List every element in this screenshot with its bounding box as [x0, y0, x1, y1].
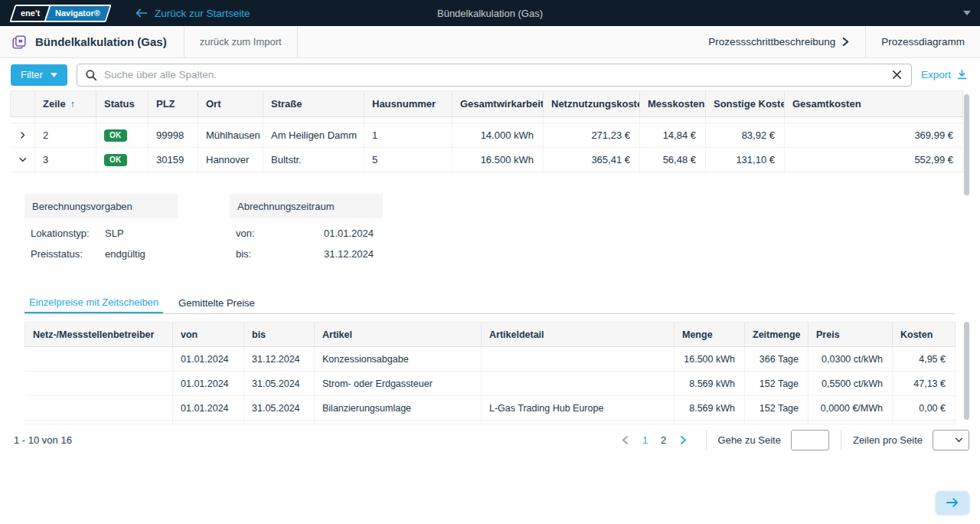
bis-value: 31.12.2024 [324, 248, 374, 260]
page-title: Bündelkalkulation (Gas) [35, 35, 167, 48]
artikeldetail-cell [482, 372, 675, 396]
column-header-netzbetreiber[interactable]: Netz-/Messstellenbetreiber [25, 323, 173, 347]
column-header-ort[interactable]: Ort [198, 91, 263, 117]
back-arrow-icon [135, 8, 148, 18]
hausnummer-cell: 1 [364, 123, 452, 148]
preisstatus-value: endgültig [105, 248, 145, 260]
tab-gemittelte-preise[interactable]: Gemittelte Preise [174, 292, 260, 313]
previous-page-button[interactable] [615, 435, 636, 445]
preisstatus-label: Preisstatus: [31, 248, 105, 260]
column-header-plz[interactable]: PLZ [149, 91, 198, 117]
page-button-1[interactable]: 1 [636, 434, 655, 446]
expand-row-button[interactable] [18, 130, 28, 140]
clear-search-button[interactable] [890, 68, 903, 81]
goto-page-label: Gehe zu Seite [718, 434, 781, 446]
column-header-gesamtkosten[interactable]: Gesamtkosten [785, 91, 963, 117]
column-header-artikel[interactable]: Artikel [315, 323, 482, 347]
menge-cell: 8.569 kWh [675, 396, 745, 421]
export-button[interactable]: Export [921, 69, 968, 80]
page-button-2[interactable]: 2 [655, 434, 673, 446]
menge-cell: 8.569 kWh [675, 372, 745, 396]
sonstige-kosten-cell: 83,92 € [706, 123, 785, 148]
column-header-menge[interactable]: Menge [675, 323, 745, 347]
chevron-right-icon [680, 435, 687, 445]
app-header: Bündelkalkulation (Gas) zurück zum Impor… [0, 26, 980, 58]
column-header-von[interactable]: von [173, 323, 244, 347]
price-table-scrollbar[interactable] [964, 322, 969, 420]
column-header-netznutzungskosten[interactable]: Netznutzungskosten [544, 91, 640, 117]
column-header-kosten[interactable]: Kosten [893, 323, 956, 347]
export-label: Export [921, 69, 951, 80]
column-header-hausnummer[interactable]: Hausnummer [364, 91, 452, 117]
chevron-right-icon [18, 130, 28, 140]
preis-cell: 0,5500 ct/kWh [808, 372, 893, 396]
table-row[interactable]: 2 OK 99998 Mühlhausen Am Heiligen Damm 1… [11, 123, 963, 148]
partial-row [11, 117, 963, 123]
filter-button[interactable]: Filter [11, 64, 67, 86]
logo-navigator: Navigator® [44, 6, 109, 21]
artikel-cell: Strom- oder Erdgassteuer [315, 372, 482, 396]
toolbar: Filter Export [0, 59, 980, 90]
enet-navigator-logo[interactable]: ene't Navigator® [9, 5, 112, 22]
rows-per-page-select[interactable] [933, 430, 969, 450]
zeitmenge-cell: 366 Tage [745, 347, 808, 372]
expander-cell [11, 148, 35, 172]
gesamtkosten-cell: 369,99 € [785, 123, 963, 148]
main-table-scrollbar[interactable] [964, 94, 969, 195]
betreiber-cell [25, 347, 173, 372]
artikel-cell: Konzessionsabgabe [315, 347, 482, 372]
table-header-row: Zeile↑ Status PLZ Ort Straße Hausnummer … [11, 91, 963, 117]
collapse-row-button[interactable] [18, 155, 28, 165]
zeile-cell: 2 [35, 123, 96, 148]
von-value: 01.01.2024 [324, 228, 374, 239]
back-to-import-link[interactable]: zurück zum Import [185, 26, 297, 57]
vertical-divider [297, 26, 298, 57]
column-header-strasse[interactable]: Straße [263, 91, 364, 117]
close-icon [892, 70, 902, 80]
bis-cell: 31.05.2024 [244, 396, 315, 421]
process-step-description-label: Prozessschrittbeschreibung [708, 36, 835, 47]
column-header-zeitmenge[interactable]: Zeitmenge [745, 323, 808, 347]
column-header-status[interactable]: Status [96, 91, 149, 117]
process-step-description-link[interactable]: Prozessschrittbeschreibung [693, 26, 865, 57]
price-row: 01.01.2024 31.05.2024 Strom- oder Erdgas… [25, 372, 956, 396]
next-step-button[interactable] [936, 491, 969, 514]
row-range-label: 1 - 10 von 16 [14, 434, 72, 446]
messkosten-cell: 56,48 € [640, 148, 706, 172]
tab-einzelpreise-mit-zeitscheiben[interactable]: Einzelpreise mit Zeitscheiben [24, 292, 163, 313]
search-input[interactable] [104, 69, 884, 80]
strasse-cell: Am Heiligen Damm [263, 123, 364, 148]
table-row[interactable]: 3 OK 30159 Hannover Bultstr. 5 16.500 kW… [11, 148, 963, 172]
column-header-sonstige-kosten[interactable]: Sonstige Kosten [706, 91, 785, 117]
artikeldetail-cell [482, 347, 675, 372]
zeitmenge-cell: 152 Tage [745, 372, 808, 396]
preis-cell: 0,0300 ct/kWh [808, 347, 893, 372]
documents-icon [11, 34, 28, 51]
back-to-start-link[interactable]: Zurück zur Startseite [135, 8, 250, 19]
partial-row [25, 421, 956, 424]
price-row: 01.01.2024 31.12.2024 Konzessionsabgabe … [25, 347, 956, 372]
topbar: ene't Navigator® Zurück zur Startseite B… [0, 0, 980, 26]
plz-cell: 99998 [149, 123, 198, 148]
bis-cell: 31.12.2024 [244, 347, 315, 372]
column-header-zeile[interactable]: Zeile↑ [35, 91, 96, 117]
search-box [77, 64, 912, 87]
hausnummer-cell: 5 [364, 148, 452, 172]
column-header-preis[interactable]: Preis [808, 323, 893, 347]
detail-row: Lokationstyp: SLP [24, 223, 178, 244]
column-header-messkosten[interactable]: Messkosten [640, 91, 706, 117]
chevron-down-icon [51, 73, 57, 77]
column-header-artikeldetail[interactable]: Artikeldetail [482, 323, 675, 347]
column-header-gesamtwirkarbeit[interactable]: Gesamtwirkarbeit [452, 91, 544, 117]
next-page-button[interactable] [673, 435, 694, 445]
chevron-down-icon [18, 156, 28, 165]
detail-row: von: 01.01.2024 [230, 223, 383, 244]
process-diagram-link[interactable]: Prozessdiagramm [866, 26, 980, 57]
chevron-down-icon[interactable] [963, 11, 971, 15]
column-header-bis[interactable]: bis [244, 323, 315, 347]
price-table-header-row: Netz-/Messstellenbetreiber von bis Artik… [25, 323, 956, 347]
preis-cell: 0,0000 €/MWh [808, 396, 893, 421]
goto-page-input[interactable] [791, 430, 829, 450]
chevron-left-icon [622, 435, 629, 445]
berechnungsvorgaben-panel: Berechnungsvorgaben Lokationstyp: SLP Pr… [24, 194, 178, 264]
